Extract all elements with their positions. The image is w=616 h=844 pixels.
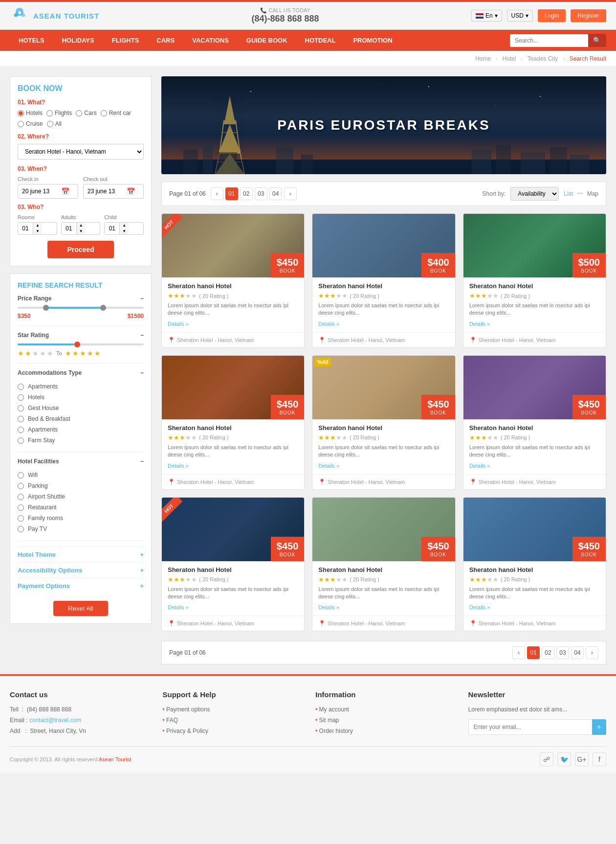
child-up[interactable]: ▲ bbox=[119, 223, 129, 228]
rooms-down[interactable]: ▼ bbox=[33, 228, 42, 234]
details-link[interactable]: Details » bbox=[168, 463, 189, 469]
hotel-theme-header[interactable]: Hotel Theme + bbox=[18, 547, 144, 562]
accom-farmstay[interactable]: Farm Stay bbox=[18, 435, 144, 446]
page-1-top[interactable]: 01 bbox=[225, 187, 238, 200]
breadcrumb-home[interactable]: Home bbox=[475, 55, 491, 62]
payment-header[interactable]: Payment Options + bbox=[18, 578, 144, 593]
nav-holidays[interactable]: HOLIDAYS bbox=[53, 30, 103, 51]
accom-apartments2[interactable]: Apartments bbox=[18, 424, 144, 435]
price-max-handle[interactable] bbox=[100, 305, 106, 311]
prev-page-top[interactable]: ‹ bbox=[211, 187, 223, 200]
facility-wifi[interactable]: Wifi bbox=[18, 470, 144, 480]
details-link[interactable]: Details » bbox=[318, 604, 339, 610]
details-link[interactable]: Details » bbox=[318, 463, 339, 469]
payment-toggle[interactable]: + bbox=[140, 582, 144, 590]
radio-all[interactable]: All bbox=[47, 120, 62, 127]
contact-email-link[interactable]: contact@travel.com bbox=[29, 717, 81, 724]
accom-bedbreakfast[interactable]: Bed & Breakfast bbox=[18, 413, 144, 424]
nav-guidebook[interactable]: GUIDE BOOK bbox=[238, 30, 296, 51]
support-payment[interactable]: Payment options bbox=[163, 705, 301, 715]
adults-down[interactable]: ▼ bbox=[76, 228, 86, 234]
page-1-bottom[interactable]: 01 bbox=[527, 646, 540, 659]
login-button[interactable]: Login bbox=[538, 9, 566, 22]
details-link[interactable]: Details » bbox=[168, 604, 189, 610]
calendar-icon[interactable]: 📅 bbox=[61, 187, 69, 195]
page-2-top[interactable]: 02 bbox=[240, 187, 253, 200]
accommodations-header[interactable]: Accommodations Type − bbox=[18, 369, 144, 376]
search-input[interactable] bbox=[510, 34, 588, 47]
sort-select[interactable]: Availability Price Rating bbox=[510, 187, 559, 201]
page-4-bottom[interactable]: 04 bbox=[571, 646, 584, 659]
details-link[interactable]: Details » bbox=[469, 321, 490, 327]
support-faq[interactable]: FAQ bbox=[163, 715, 301, 726]
facility-restaurant[interactable]: Restaurant bbox=[18, 502, 144, 513]
info-orders[interactable]: Order history bbox=[315, 726, 454, 737]
view-list-btn[interactable]: List bbox=[564, 190, 573, 197]
facility-family[interactable]: Family rooms bbox=[18, 513, 144, 524]
facility-paytv[interactable]: Pay TV bbox=[18, 524, 144, 534]
adults-up[interactable]: ▲ bbox=[76, 223, 86, 228]
nav-hotdeal[interactable]: HOTDEAL bbox=[296, 30, 345, 51]
currency-selector[interactable]: USD ▾ bbox=[507, 10, 533, 22]
next-page-top[interactable]: › bbox=[284, 187, 297, 200]
page-4-top[interactable]: 04 bbox=[269, 187, 282, 200]
price-min-handle[interactable] bbox=[43, 305, 49, 311]
details-link[interactable]: Details » bbox=[469, 604, 490, 610]
support-privacy[interactable]: Privacy & Policy bbox=[163, 726, 301, 737]
reset-button[interactable]: Reset All bbox=[53, 601, 108, 616]
radio-cruise[interactable]: Cruise bbox=[18, 120, 43, 127]
radio-flights[interactable]: Flights bbox=[46, 110, 72, 116]
facilities-toggle[interactable]: − bbox=[140, 458, 144, 465]
price-range-header[interactable]: Price Range − bbox=[18, 295, 144, 302]
brand-link[interactable]: Asean Tourist bbox=[99, 756, 131, 762]
accom-apartments[interactable]: Apartments bbox=[18, 381, 144, 392]
newsletter-submit[interactable]: + bbox=[592, 719, 606, 735]
prev-page-bottom[interactable]: ‹ bbox=[512, 646, 525, 659]
child-input[interactable] bbox=[105, 223, 119, 234]
proceed-button[interactable]: Proceed bbox=[47, 241, 113, 258]
rss-icon[interactable]: ☍ bbox=[540, 753, 553, 766]
google-icon[interactable]: G+ bbox=[575, 753, 589, 766]
rooms-input[interactable] bbox=[18, 223, 33, 234]
accom-hotels[interactable]: Hotels bbox=[18, 392, 144, 403]
checkout-field[interactable] bbox=[88, 188, 127, 195]
star-rating-header[interactable]: Star Rating − bbox=[18, 332, 144, 339]
facility-parking[interactable]: Parking bbox=[18, 480, 144, 491]
radio-hotels[interactable]: Hotels bbox=[18, 110, 43, 116]
nav-vacations[interactable]: VACATIONS bbox=[183, 30, 238, 51]
price-range-toggle[interactable]: − bbox=[140, 295, 144, 302]
rooms-up[interactable]: ▲ bbox=[33, 223, 42, 228]
radio-rentcar[interactable]: Rent car bbox=[101, 110, 131, 116]
details-link[interactable]: Details » bbox=[469, 463, 490, 469]
register-button[interactable]: Register bbox=[571, 9, 606, 22]
hotel-theme-toggle[interactable]: + bbox=[140, 551, 144, 558]
view-map-btn[interactable]: Map bbox=[587, 190, 598, 197]
twitter-icon[interactable]: 🐦 bbox=[557, 753, 571, 766]
details-link[interactable]: Details » bbox=[318, 321, 339, 327]
page-3-bottom[interactable]: 03 bbox=[556, 646, 569, 659]
language-selector[interactable]: En ▾ bbox=[471, 10, 502, 22]
facilities-header[interactable]: Hotel Facilities − bbox=[18, 458, 144, 465]
where-select[interactable]: Seraton Hotel - Hanoi, Vietnam bbox=[18, 144, 144, 160]
radio-cars[interactable]: Cars bbox=[76, 110, 96, 116]
info-account[interactable]: My account bbox=[315, 705, 454, 715]
child-down[interactable]: ▼ bbox=[119, 228, 129, 234]
nav-flights[interactable]: FLIGHTS bbox=[103, 30, 148, 51]
accessibility-toggle[interactable]: + bbox=[140, 567, 144, 574]
newsletter-email-input[interactable] bbox=[468, 719, 592, 735]
star-handle[interactable] bbox=[74, 342, 80, 347]
accessibility-header[interactable]: Accessibility Options + bbox=[18, 562, 144, 578]
search-button[interactable]: 🔍 bbox=[588, 34, 606, 47]
info-sitemap[interactable]: Sit map bbox=[315, 715, 454, 726]
nav-hotels[interactable]: HOTELS bbox=[10, 30, 53, 51]
details-link[interactable]: Details » bbox=[168, 321, 189, 327]
facility-shuttle[interactable]: Airport Shuttle bbox=[18, 491, 144, 502]
facebook-icon[interactable]: f bbox=[593, 753, 606, 766]
nav-promotion[interactable]: PROMOTION bbox=[344, 30, 401, 51]
accom-gesthouse[interactable]: Gest House bbox=[18, 403, 144, 413]
nav-cars[interactable]: CARS bbox=[148, 30, 183, 51]
adults-input[interactable] bbox=[62, 223, 76, 234]
accommodations-toggle[interactable]: − bbox=[140, 369, 144, 376]
breadcrumb-city[interactable]: Teades City bbox=[528, 55, 558, 62]
page-3-top[interactable]: 03 bbox=[255, 187, 267, 200]
